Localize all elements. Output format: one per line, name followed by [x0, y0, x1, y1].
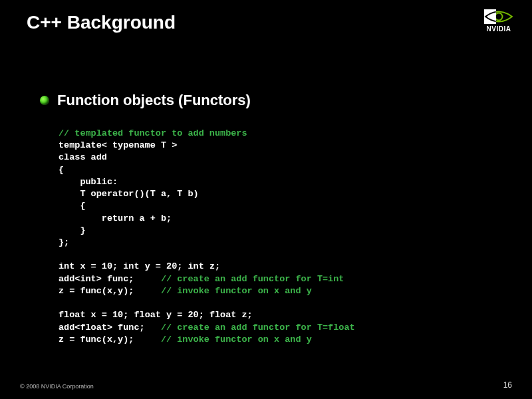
code-text: class — [59, 152, 86, 162]
code-text: int — [188, 261, 203, 271]
code-text: z; — [204, 261, 220, 271]
code-text: return — [59, 213, 134, 223]
slide: C++ Background NVIDIA Function objects (… — [0, 0, 532, 399]
code-text: int — [59, 261, 74, 271]
code-text: float — [134, 310, 161, 320]
slide-title: C++ Background — [27, 12, 176, 33]
code-block: // templated functor to add numbers temp… — [59, 128, 355, 346]
code-text: add< — [59, 323, 80, 332]
code-text: T operator()(T a, T b) — [59, 189, 199, 199]
code-text: add< — [59, 274, 80, 284]
brand-name: NVIDIA — [484, 25, 513, 33]
code-text: y = 20; — [161, 310, 209, 320]
code-text: { — [59, 201, 86, 211]
bullet-icon — [40, 96, 49, 105]
code-text: public: — [59, 177, 118, 187]
code-text: float — [59, 310, 86, 320]
svg-point-0 — [495, 13, 503, 21]
subtitle-row: Function objects (Functors) — [40, 92, 251, 109]
code-text: > func; — [107, 323, 161, 332]
code-text: x = 10; — [86, 310, 134, 320]
code-text: int — [123, 261, 139, 271]
code-text: z = func(x,y); — [59, 334, 161, 344]
code-comment: // invoke functor on x and y — [161, 334, 312, 344]
code-text: }; — [59, 237, 69, 247]
code-text: z = func(x,y); — [59, 286, 161, 296]
code-comment: // templated functor to add numbers — [59, 128, 247, 138]
copyright: © 2008 NVIDIA Corporation — [20, 383, 94, 390]
slide-subtitle: Function objects (Functors) — [57, 92, 251, 109]
code-text: template< typename — [59, 140, 156, 150]
code-text: x = 10; — [74, 261, 123, 271]
code-text: T > — [156, 140, 177, 150]
code-text: z; — [236, 310, 252, 320]
nvidia-eye-icon — [484, 9, 513, 24]
code-text: float — [80, 323, 107, 332]
code-text: } — [59, 225, 86, 235]
code-text: add — [86, 152, 107, 162]
code-text: int — [80, 274, 96, 284]
code-comment: // invoke functor on x and y — [161, 286, 312, 296]
page-number: 16 — [503, 380, 512, 390]
code-comment: // create an add functor for T=float — [161, 323, 355, 332]
code-text: y = 20; — [140, 261, 188, 271]
code-text: float — [209, 310, 237, 320]
code-text: > func; — [96, 274, 161, 284]
code-comment: // create an add functor for T=int — [161, 274, 344, 284]
code-text: { — [59, 165, 64, 175]
brand-logo: NVIDIA — [484, 9, 513, 33]
code-text: a + b; — [134, 213, 172, 223]
